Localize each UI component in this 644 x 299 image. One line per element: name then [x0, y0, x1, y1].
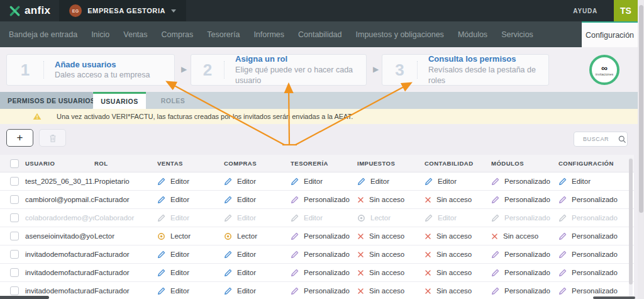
permission-cell[interactable]: Personalizado [558, 269, 634, 277]
permission-cell[interactable]: Lector [157, 232, 224, 240]
select-all-checkbox[interactable] [10, 159, 19, 168]
nav-item-modulos[interactable]: Módulos [458, 30, 487, 39]
step-title-link[interactable]: Consulta los permisos [428, 54, 548, 65]
permission-cell[interactable]: Editor [224, 251, 291, 259]
permission-cell[interactable]: Personalizado [558, 251, 634, 259]
permission-cell[interactable]: Editor [224, 269, 291, 277]
permission-cell[interactable]: Personalizado [491, 251, 558, 259]
page-scrollbar-thumb[interactable] [639, 5, 643, 213]
permission-cell[interactable]: Editor [157, 196, 224, 204]
anfix-logo[interactable]: anfix [0, 0, 59, 21]
permission-cell[interactable]: Personalizado [558, 196, 634, 204]
permission-cell[interactable]: Sin acceso [491, 232, 558, 240]
step-title-link[interactable]: Asigna un rol [235, 54, 366, 65]
search-input[interactable] [582, 135, 618, 143]
permission-cell[interactable]: Personalizado [491, 214, 558, 222]
permission-cell[interactable]: Sin acceso [357, 269, 425, 276]
nav-item-inicio[interactable]: Inicio [91, 30, 109, 39]
nav-item-contabilidad[interactable]: Contabilidad [298, 30, 342, 39]
row-checkbox[interactable] [10, 213, 19, 222]
permission-cell[interactable]: Editor [357, 178, 425, 186]
permission-cell[interactable]: Sin acceso [357, 287, 425, 295]
permission-cell[interactable]: Personalizado [291, 269, 357, 277]
row-checkbox[interactable] [10, 286, 19, 295]
permission-cell[interactable]: Editor [157, 214, 224, 222]
page-scrollbar[interactable] [638, 0, 644, 299]
permission-cell[interactable]: Personalizado [558, 287, 634, 295]
company-selector[interactable]: EG EMPRESA GESTORIA [59, 0, 186, 21]
permission-cell[interactable]: Editor [291, 214, 357, 222]
permission-cell[interactable]: Personalizado [491, 196, 558, 204]
permission-cell[interactable]: Editor [157, 287, 224, 295]
nav-item-informes[interactable]: Informes [253, 30, 284, 39]
nav-item-compras[interactable]: Compras [162, 30, 194, 39]
row-checkbox[interactable] [10, 250, 19, 259]
row-checkbox[interactable] [10, 268, 19, 277]
delete-user-button[interactable] [39, 129, 66, 147]
nav-item-tesoreria[interactable]: Tesorería [207, 30, 240, 39]
permission-label: Editor [237, 287, 256, 295]
permission-cell[interactable]: Sin acceso [357, 232, 425, 240]
pencil-icon [157, 269, 165, 277]
permission-cell[interactable]: Personalizado [291, 287, 357, 295]
permission-cell[interactable]: Personalizado [291, 251, 357, 259]
user-cell: invitadodemofacturador: [25, 287, 94, 295]
pencil-icon [491, 196, 499, 204]
permission-cell[interactable]: Editor [224, 287, 291, 295]
row-checkbox[interactable] [10, 177, 19, 186]
permission-cell[interactable]: Personalizado [291, 196, 357, 204]
permission-cell[interactable]: Editor [224, 214, 291, 222]
permission-cell[interactable]: Sin acceso [357, 251, 425, 258]
step-title-link[interactable]: Añade usuarios [55, 59, 150, 71]
permission-label: Editor [170, 214, 189, 222]
permission-label: Sin acceso [369, 287, 404, 295]
permission-cell[interactable]: Editor [224, 196, 291, 204]
table-row: asenseioinvitado@yopmLectorLectorLectorP… [0, 227, 634, 245]
permission-cell[interactable]: Personalizado [491, 287, 558, 295]
permission-cell[interactable]: Personalizado [291, 232, 357, 240]
permission-cell[interactable]: Sin acceso [425, 269, 491, 276]
role-cell: Colaborador [94, 214, 157, 222]
pencil-icon [558, 269, 567, 277]
tab-roles[interactable]: ROLES [151, 92, 195, 109]
permission-cell[interactable]: Sin acceso [425, 196, 491, 203]
permission-cell[interactable]: Editor [425, 214, 491, 222]
permission-cell[interactable]: Editor [558, 178, 634, 186]
permission-cell[interactable]: Personalizado [491, 269, 558, 277]
help-button[interactable]: AYUDA [573, 8, 597, 14]
permission-cell[interactable]: Editor [157, 251, 224, 259]
table-scrollbar-thumb[interactable] [629, 159, 633, 285]
nav-item-impuestos-y-obligaciones[interactable]: Impuestos y obligaciones [356, 30, 444, 39]
tab-configuracion[interactable]: Configuración [582, 21, 638, 47]
table-scrollbar[interactable] [629, 157, 633, 298]
permission-label: Personalizado [304, 196, 350, 203]
nav-item-servicios[interactable]: Servicios [501, 30, 533, 39]
permission-cell[interactable]: Editor [291, 178, 357, 186]
nav-item-ventas[interactable]: Ventas [123, 30, 147, 39]
eye-icon [357, 214, 365, 222]
permission-cell[interactable]: Lector [224, 232, 291, 240]
tab-usuarios[interactable]: USUARIOS [93, 92, 146, 109]
table-row: invitadodemofacturador:FacturadorEditorE… [0, 264, 634, 282]
permission-cell[interactable]: Sin acceso [425, 232, 491, 240]
user-avatar[interactable]: TS [614, 0, 638, 21]
pencil-icon [291, 196, 299, 204]
permission-cell[interactable]: Editor [157, 178, 224, 186]
permission-cell[interactable]: Personalizado [558, 214, 634, 222]
permission-cell[interactable]: Lector [357, 214, 425, 222]
permission-cell[interactable]: Editor [224, 178, 291, 186]
nav-item-bandeja-de-entrada[interactable]: Bandeja de entrada [9, 30, 77, 39]
horizontal-scrollbar-thumb[interactable] [593, 296, 635, 299]
column-header-tesoreria: TESORERÍA [291, 160, 357, 167]
permission-cell[interactable]: Sin acceso [357, 196, 425, 203]
permission-cell[interactable]: Personalizado [491, 178, 558, 186]
row-checkbox[interactable] [10, 195, 19, 204]
permission-cell[interactable]: Sin acceso [425, 251, 491, 258]
add-user-button[interactable]: + [6, 129, 33, 147]
permission-cell[interactable]: Editor [425, 178, 491, 186]
permission-cell[interactable]: Editor [157, 269, 224, 277]
permission-cell[interactable]: Sin acceso [425, 287, 491, 295]
permission-cell[interactable]: Personalizado [558, 232, 634, 240]
row-checkbox[interactable] [10, 232, 19, 240]
pencil-icon [491, 287, 499, 295]
